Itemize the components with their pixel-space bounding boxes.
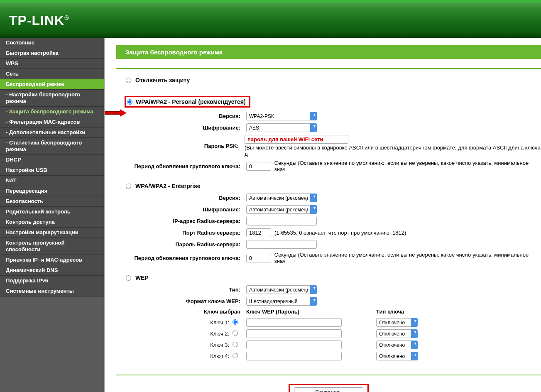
radio-disable-security[interactable] [126,78,131,83]
select-wep-key-type-3[interactable]: Отключено [376,341,418,349]
label-version: Версия: [116,113,246,119]
radio-wpa-personal[interactable] [127,99,132,105]
sidebar-item[interactable]: Динамический DNS [0,265,104,276]
input-wep-key-3[interactable] [246,341,342,349]
select-enterprise-version[interactable]: Автоматически (рекоменду [246,194,317,202]
sidebar-item[interactable]: - Защита беспроводного режима [0,107,104,117]
radio-wep[interactable] [126,275,131,281]
select-wep-key-type-2[interactable]: Отключено [376,329,418,338]
wep-key-label: Ключ 4: [116,353,233,359]
select-personal-version[interactable]: WPA2-PSK [246,112,317,120]
sidebar-item[interactable]: Системные инструменты [0,286,104,296]
option-wpa-enterprise: WPA/WPA2 - Enterprise Версия: Автоматиче… [116,181,541,264]
option-wpa-personal: WPA/WPA2 - Personal (рекомендуется) Верс… [116,96,541,172]
label-radius-port: Порт Radius-сервера: [116,230,246,236]
input-radius-port[interactable] [246,228,271,237]
sidebar-item[interactable]: - Фильтрация MAC-адресов [0,117,104,127]
sidebar: СостояниеБыстрая настройкаWPSСетьБеспров… [0,38,104,392]
wep-key-label: Ключ 2: [116,331,233,337]
input-radius-pass[interactable] [246,240,317,249]
wep-col-key-password: Ключ WEP (Пароль) [246,309,376,315]
sidebar-item[interactable]: Контроль пропускной способности [0,238,104,255]
select-enterprise-encryption[interactable]: Автоматически (рекоменду [246,205,317,214]
label-radius-ip: IP-адрес Radius-сервера: [116,218,246,224]
sidebar-item[interactable]: Настройки USB [0,165,104,176]
sidebar-item[interactable]: Родительский контроль [0,207,104,217]
sidebar-item[interactable]: Безопасность [0,196,104,207]
sidebar-item[interactable]: Состояние [0,38,104,48]
option-wep: WEP Тип: Автоматически (рекоменду Формат… [116,272,541,360]
save-button[interactable]: Сохранить [294,387,363,392]
sidebar-item[interactable]: WPS [0,59,104,69]
label-ent-group-key: Период обновления группового ключа: [116,255,246,261]
input-wep-key-1[interactable] [246,318,342,327]
sidebar-item[interactable]: Поддержка IPv6 [0,276,104,286]
sidebar-item[interactable]: Настройки маршрутизации [0,228,104,238]
title-underline [116,68,541,69]
input-radius-ip[interactable] [246,217,317,225]
hint-psk: (Вы можете ввести символы в кодировке AS… [245,145,541,157]
hint-radius-port: (1-65535, 0 означает, что порт про умолч… [274,230,406,236]
input-psk-password[interactable] [245,135,348,144]
option-wpa-enterprise-label: WPA/WPA2 - Enterprise [135,183,201,189]
radio-wpa-enterprise[interactable] [126,184,131,189]
sidebar-item[interactable]: Беспроводной режим [0,79,104,90]
select-wep-format[interactable]: Шестнадцатеричный [246,297,317,306]
hint-ent-group-key: Секунды (Оставьте значение по умолчанию,… [274,252,541,264]
radio-wep-key-4[interactable] [233,353,238,358]
label-group-key-personal: Период обновления группового ключа: [116,163,246,169]
sidebar-item[interactable]: - Статистика беспроводного режима [0,138,104,155]
highlight-wpa-personal: WPA/WPA2 - Personal (рекомендуется) [125,96,250,108]
sidebar-item[interactable]: Переадресация [0,186,104,196]
option-disable-security: Отключить защиту [116,75,541,88]
save-area: Сохранить [116,375,541,392]
label-wep-format: Формат ключа WEP: [116,298,246,304]
radio-wep-key-3[interactable] [233,342,238,347]
sidebar-item[interactable]: - Дополнительные настройки [0,127,104,138]
sidebar-item[interactable]: Быстрая настройка [0,48,104,59]
highlight-save: Сохранить [289,384,369,392]
brand-logo: TP-LINK® [9,13,69,28]
page-title: Защита беспроводного режима [116,45,541,59]
sidebar-item[interactable]: Привязка IP- и MAC-адресов [0,255,104,265]
content-area: Защита беспроводного режима Отключить за… [104,38,541,392]
select-wep-key-type-4[interactable]: Отключено [376,352,418,360]
wep-key-row: Ключ 1:Отключено [116,318,541,327]
header-bar: TP-LINK® [0,0,541,38]
label-radius-pass: Пароль Radius-сервера: [116,241,246,247]
label-encryption: Шифрование: [116,125,246,131]
select-personal-encryption[interactable]: AES [246,123,317,132]
label-ent-encryption: Шифрование: [116,206,246,213]
wep-key-row: Ключ 3:Отключено [116,341,541,349]
wep-key-label: Ключ 1: [116,319,233,326]
wep-key-row: Ключ 4:Отключено [116,352,541,360]
radio-wep-key-2[interactable] [233,331,238,336]
arrow-annotation [104,109,128,117]
input-wep-key-2[interactable] [246,329,342,338]
label-psk: Пароль PSK: [116,143,245,149]
sidebar-item[interactable]: NAT [0,176,104,186]
sidebar-item[interactable]: Сеть [0,69,104,79]
option-disable-label: Отключить защиту [135,77,190,83]
hint-personal-group-key: Секунды (Оставьте значение по умолчанию,… [274,160,541,172]
label-wep-type: Тип: [116,287,246,293]
sidebar-item[interactable]: Контроль доступа [0,217,104,228]
wep-col-key-type: Тип ключа [376,309,404,315]
wep-col-key-selected: Ключ выбран [116,309,246,315]
input-wep-key-4[interactable] [246,352,342,360]
input-enterprise-group-key[interactable] [246,254,271,262]
radio-wep-key-1[interactable] [233,319,238,325]
sidebar-item[interactable]: DHCP [0,155,104,165]
select-wep-type[interactable]: Автоматически (рекоменду [246,285,317,294]
sidebar-item[interactable]: - Настройки беспроводного режима [0,90,104,107]
wep-key-label: Ключ 3: [116,342,233,348]
input-personal-group-key[interactable] [246,162,271,171]
label-ent-version: Версия: [116,195,246,201]
select-wep-key-type-1[interactable]: Отключено [376,318,418,327]
wep-key-row: Ключ 2:Отключено [116,329,541,338]
option-wpa-personal-label: WPA/WPA2 - Personal (рекомендуется) [136,98,246,105]
option-wep-label: WEP [135,274,149,281]
